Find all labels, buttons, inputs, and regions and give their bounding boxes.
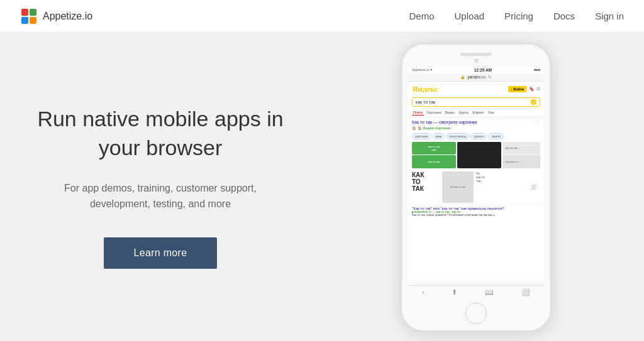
bookmarks-icon: 📖 (485, 288, 494, 296)
logo-icon (20, 8, 38, 25)
learn-more-button[interactable]: Learn more (104, 237, 218, 269)
img-result-3 (457, 142, 501, 168)
hero-headline: Run native mobile apps in your browser (37, 105, 283, 163)
search-tabs: Поиск Картинки Видео Карты Маркет Нов (408, 109, 544, 117)
search-box: как то так ✕ (412, 97, 540, 107)
back-icon: ‹ (422, 288, 425, 296)
img-side-2: – Ну как-то т– (502, 155, 540, 168)
address-bar: 🔒 yandex.ru ↻ (408, 73, 544, 82)
nav-docs[interactable]: Docs (553, 11, 575, 21)
tab-news: Нов (487, 110, 496, 116)
svg-rect-1 (30, 9, 36, 16)
browser-toolbar: ‹ ⬆ 📖 ⬜ (408, 285, 544, 299)
big-text-kak: КАКТОТАК (412, 171, 440, 203)
chip-prikol: прикол (470, 133, 487, 139)
big-img: Из как то так (442, 171, 474, 203)
bottom-result: "Как-то так" или "как то так" как правил… (408, 205, 544, 219)
nav-signin[interactable]: Sign in (595, 11, 624, 21)
bottom-result-desc: Как-то так. Какое правило? Устойчивое со… (412, 214, 540, 217)
phone-camera (474, 58, 479, 63)
result-title: Как то так — смотрите картинки ⋮ (408, 117, 544, 126)
cart-icon: 🛒 (531, 184, 537, 190)
tabs-icon: ⬜ (521, 288, 530, 296)
filter-chips: картинки мем получилось прикол смайл (408, 132, 544, 141)
nav-pricing[interactable]: Pricing (504, 11, 533, 21)
hero-right: Appetize.io ▾ 12:29 AM ■■■ 🔒 yandex.ru ↻… (333, 43, 619, 332)
img-side-1: – Да как так– (502, 142, 540, 155)
big-result: КАКТОТАК Из как то так Нукак-тотак... 🛒 (408, 170, 544, 205)
nav-demo[interactable]: Demo (409, 11, 435, 21)
yandex-icon: 🏠 (412, 126, 416, 130)
phone-mockup: Appetize.io ▾ 12:29 AM ■■■ 🔒 yandex.ru ↻… (401, 43, 552, 332)
status-battery: ■■■ (534, 68, 540, 72)
main-content: Run native mobile apps in your browser F… (0, 33, 644, 341)
image-grid: как то такипи как то так – Да как так– –… (408, 141, 544, 170)
img-side: – Да как так– – Ну как-то т– (502, 142, 540, 168)
phone-outer: Appetize.io ▾ 12:29 AM ■■■ 🔒 yandex.ru ↻… (401, 43, 552, 332)
search-query: как то так (416, 100, 435, 104)
result-menu-dots: ⋮ (536, 120, 540, 125)
chip-mem: мем (433, 133, 445, 139)
menu-icon: ☰ (536, 87, 540, 92)
tab-images: Картинки (425, 110, 442, 116)
nav-links: Demo Upload Pricing Docs Sign in (409, 11, 624, 21)
hero-subtext: For app demos, training, customer suppor… (53, 180, 267, 212)
yandex-login-btn: ↓ Войти (508, 86, 526, 92)
svg-rect-2 (21, 17, 28, 24)
phone-screen: Appetize.io ▾ 12:29 AM ■■■ 🔒 yandex.ru ↻… (408, 67, 544, 280)
navbar: Appetize.io Demo Upload Pricing Docs Sig… (0, 0, 644, 33)
share-icon: ⬆ (452, 288, 457, 296)
yandex-logo: Яндекс (412, 84, 438, 94)
tab-search: Поиск (412, 110, 424, 116)
lock-icon: 🔒 (460, 75, 465, 79)
home-button (465, 303, 487, 324)
img-result-1: как то такипи (412, 142, 456, 155)
chip-kartinki: картинки (412, 133, 431, 139)
yandex-icons: 🔖 ☰ (529, 87, 540, 92)
result-subtitle: 🏠 🏠 Яндекс.Картинки (408, 126, 544, 132)
img-result-2: как то так (412, 155, 456, 168)
yandex-header: Яндекс ↓ Войти 🔖 ☰ (408, 82, 544, 95)
tab-maps: Карты (458, 110, 470, 116)
reload-icon: ↻ (488, 75, 492, 80)
status-bar: Appetize.io ▾ 12:29 AM ■■■ (408, 67, 544, 73)
tab-market: Маркет (471, 110, 486, 116)
url-text: yandex.ru (467, 75, 486, 79)
phone-bottom: ‹ ⬆ 📖 ⬜ (402, 280, 550, 330)
bookmark-icon: 🔖 (529, 87, 535, 92)
nav-upload[interactable]: Upload (455, 11, 485, 21)
status-app-name: Appetize.io ▾ (412, 68, 432, 72)
svg-rect-0 (21, 9, 28, 16)
logo[interactable]: Appetize.io (20, 8, 92, 25)
status-time: 12:29 AM (474, 68, 492, 72)
tab-video: Видео (444, 110, 457, 116)
hero-left: Run native mobile apps in your browser F… (25, 105, 296, 269)
chip-smile: смайл (488, 133, 503, 139)
big-right-text1: Нукак-тотак... (476, 171, 525, 183)
phone-speaker (460, 53, 492, 56)
chip-poluchilos: получилось (446, 133, 469, 139)
brand-name: Appetize.io (43, 11, 92, 22)
svg-rect-3 (30, 17, 36, 24)
search-clear-icon: ✕ (531, 99, 536, 105)
